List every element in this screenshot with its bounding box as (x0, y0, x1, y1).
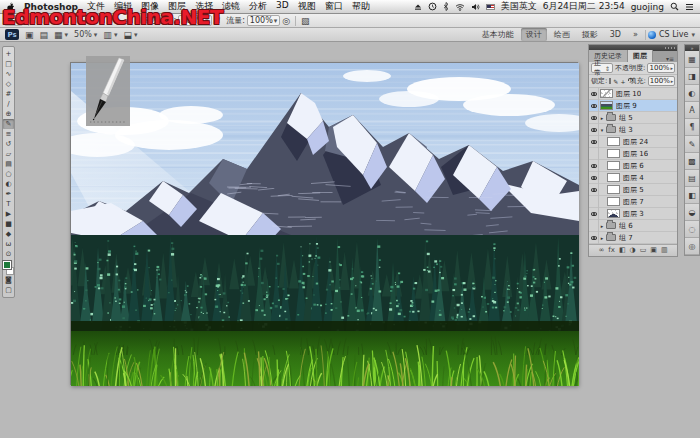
group-disclosure-triangle[interactable]: ▸ (599, 115, 605, 121)
flow-field[interactable]: 100%▾ (247, 15, 280, 26)
bluetooth-icon[interactable] (443, 2, 449, 11)
layer-row[interactable]: 图层 6 (589, 160, 677, 172)
crop-tool[interactable]: # (3, 89, 14, 99)
layer-row[interactable]: ▸组 6 (589, 220, 677, 232)
layer-row[interactable]: 图层 3 (589, 208, 677, 220)
visibility-toggle[interactable] (589, 232, 599, 244)
3d-rotate-tool[interactable]: ◆ (3, 229, 14, 239)
toggle-brush-panel-icon[interactable]: ▧ (301, 16, 310, 26)
layer-row[interactable]: 图层 10 (589, 88, 677, 100)
clone-source-panel-icon[interactable]: ▩ (685, 153, 699, 170)
workspace-摄影[interactable]: 摄影 (577, 28, 603, 41)
healing-brush-tool[interactable]: ⊕ (3, 109, 14, 119)
adjustments-panel-icon[interactable]: ◐ (685, 85, 699, 102)
layer-thumbnail[interactable] (607, 137, 620, 146)
paragraph-panel-icon[interactable]: ¶ (685, 119, 699, 136)
type-tool[interactable]: T (3, 199, 14, 209)
eraser-tool[interactable]: ▱ (3, 149, 14, 159)
layer-name[interactable]: 图层 9 (616, 101, 637, 111)
volume-icon[interactable] (471, 3, 480, 11)
layer-mask-icon[interactable]: ◧ (619, 247, 626, 254)
lock-transparency-icon[interactable] (609, 78, 611, 84)
view-extras-button[interactable]: ▦▾ (54, 30, 68, 40)
layer-row[interactable]: 图层 7 (589, 196, 677, 208)
masks-panel-icon[interactable]: ◧ (685, 187, 699, 204)
visibility-toggle[interactable] (589, 100, 599, 112)
visibility-toggle[interactable] (589, 112, 599, 124)
lock-pixels-icon[interactable]: ✎ (613, 78, 618, 85)
layer-row[interactable]: ▸组 7 (589, 232, 677, 244)
adjustment-layer-icon[interactable]: ◑ (630, 247, 636, 254)
layer-name[interactable]: 图层 7 (623, 197, 644, 207)
path-selection-tool[interactable]: ▶ (3, 209, 14, 219)
marquee-tool[interactable]: □ (3, 59, 14, 69)
new-group-icon[interactable]: ▭ (640, 247, 647, 254)
layer-thumbnail[interactable] (607, 149, 620, 158)
hand-tool[interactable]: ω (3, 239, 14, 249)
airbrush-icon[interactable]: ◎ (282, 16, 290, 26)
clone-stamp-tool[interactable]: ≡ (3, 129, 14, 139)
swatches-panel-icon[interactable]: ▦ (685, 51, 699, 68)
brush-panel-icon[interactable]: ✎ (685, 136, 699, 153)
dodge-tool[interactable]: ◐ (3, 179, 14, 189)
menu-item[interactable]: 分析 (249, 0, 267, 13)
zoom-tool[interactable]: ⊙ (3, 249, 14, 259)
layer-thumbnail[interactable] (607, 209, 620, 218)
layer-name[interactable]: 图层 16 (623, 149, 648, 159)
cs-live-button[interactable]: CS Live▾ (648, 30, 695, 39)
workspace-3D[interactable]: 3D (605, 29, 626, 40)
menu-clock[interactable]: 6月24日周二 23:54 (543, 0, 625, 13)
input-method-label[interactable]: 美国英文 (501, 0, 537, 13)
visibility-toggle[interactable] (589, 172, 599, 184)
eject-icon[interactable] (414, 3, 422, 11)
lock-position-icon[interactable]: + (620, 78, 625, 85)
layer-style-icon[interactable]: fx (608, 247, 615, 254)
user-name[interactable]: guojing (631, 2, 664, 12)
layer-row[interactable]: ▾组 3 (589, 124, 677, 136)
layer-name[interactable]: 图层 5 (623, 185, 644, 195)
layer-thumbnail[interactable] (607, 197, 620, 206)
workspace-more-button[interactable]: » (628, 29, 643, 40)
layer-name[interactable]: 图层 24 (623, 137, 648, 147)
menu-item[interactable]: 3D (276, 0, 289, 13)
blur-tool[interactable]: ○ (3, 169, 14, 179)
workspace-绘画[interactable]: 绘画 (549, 28, 575, 41)
layer-row[interactable]: 图层 5 (589, 184, 677, 196)
screen-mode-button[interactable]: ⬓▾ (123, 30, 137, 40)
layer-thumbnail[interactable] (607, 185, 620, 194)
panel-menu-icon[interactable]: ▾≡ (666, 55, 677, 62)
layer-name[interactable]: 组 7 (619, 233, 633, 243)
group-disclosure-triangle[interactable]: ▸ (599, 223, 605, 229)
workspace-基本功能[interactable]: 基本功能 (477, 28, 519, 41)
visibility-toggle[interactable] (589, 184, 599, 196)
layer-thumbnail[interactable] (600, 101, 613, 110)
layer-row[interactable]: 图层 24 (589, 136, 677, 148)
quick-selection-tool[interactable]: ◇ (3, 79, 14, 89)
visibility-toggle[interactable] (589, 220, 599, 232)
blend-mode-select[interactable]: 正常⇕ (591, 63, 613, 73)
visibility-toggle[interactable] (589, 124, 599, 136)
character-panel-icon[interactable]: A (685, 102, 699, 119)
styles-panel-icon[interactable]: ◨ (685, 68, 699, 85)
layer-thumbnail[interactable] (607, 161, 620, 170)
group-disclosure-triangle[interactable]: ▾ (599, 127, 605, 133)
visibility-toggle[interactable] (589, 196, 599, 208)
histogram-panel-icon[interactable]: ◒ (685, 204, 699, 221)
layer-opacity-field[interactable]: 100%▸ (647, 63, 675, 73)
foreground-color-swatch[interactable] (3, 261, 11, 269)
layer-row[interactable]: 图层 16 (589, 148, 677, 160)
visibility-toggle[interactable] (589, 88, 599, 100)
quick-mask-button[interactable]: ◙ (3, 275, 14, 285)
lasso-tool[interactable]: ∿ (3, 69, 14, 79)
layer-name[interactable]: 图层 4 (623, 173, 644, 183)
arrange-documents-button[interactable]: ▥▾ (103, 30, 117, 40)
eyedropper-tool[interactable]: ∕ (3, 99, 14, 109)
layer-row[interactable]: 图层 4 (589, 172, 677, 184)
history-brush-tool[interactable]: ↺ (3, 139, 14, 149)
pen-tool[interactable]: ✒ (3, 189, 14, 199)
layer-name[interactable]: 图层 10 (616, 89, 641, 99)
layer-name[interactable]: 组 5 (619, 113, 633, 123)
time-machine-icon[interactable] (428, 2, 437, 11)
layer-name[interactable]: 图层 3 (623, 209, 644, 219)
layer-row[interactable]: ▸组 5 (589, 112, 677, 124)
